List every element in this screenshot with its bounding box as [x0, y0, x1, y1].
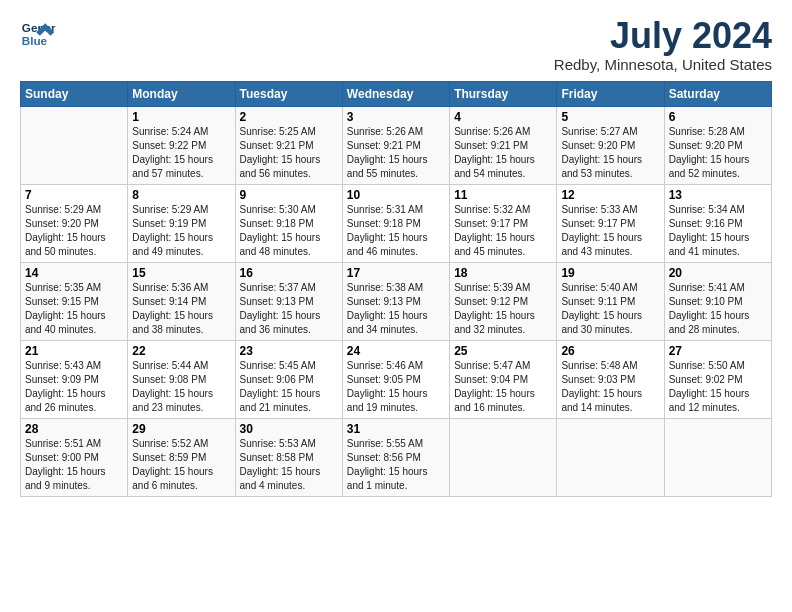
day-info: Sunrise: 5:29 AM Sunset: 9:20 PM Dayligh… [25, 203, 123, 259]
day-number: 9 [240, 188, 338, 202]
day-cell: 25Sunrise: 5:47 AM Sunset: 9:04 PM Dayli… [450, 340, 557, 418]
day-cell: 21Sunrise: 5:43 AM Sunset: 9:09 PM Dayli… [21, 340, 128, 418]
main-title: July 2024 [554, 16, 772, 56]
day-cell: 22Sunrise: 5:44 AM Sunset: 9:08 PM Dayli… [128, 340, 235, 418]
day-cell: 28Sunrise: 5:51 AM Sunset: 9:00 PM Dayli… [21, 418, 128, 496]
day-cell [21, 106, 128, 184]
day-info: Sunrise: 5:28 AM Sunset: 9:20 PM Dayligh… [669, 125, 767, 181]
day-cell: 30Sunrise: 5:53 AM Sunset: 8:58 PM Dayli… [235, 418, 342, 496]
day-info: Sunrise: 5:24 AM Sunset: 9:22 PM Dayligh… [132, 125, 230, 181]
day-cell: 31Sunrise: 5:55 AM Sunset: 8:56 PM Dayli… [342, 418, 449, 496]
day-cell: 16Sunrise: 5:37 AM Sunset: 9:13 PM Dayli… [235, 262, 342, 340]
main-container: General Blue July 2024 Redby, Minnesota,… [0, 0, 792, 507]
day-number: 30 [240, 422, 338, 436]
day-info: Sunrise: 5:31 AM Sunset: 9:18 PM Dayligh… [347, 203, 445, 259]
day-cell: 19Sunrise: 5:40 AM Sunset: 9:11 PM Dayli… [557, 262, 664, 340]
day-number: 7 [25, 188, 123, 202]
day-number: 17 [347, 266, 445, 280]
day-info: Sunrise: 5:34 AM Sunset: 9:16 PM Dayligh… [669, 203, 767, 259]
column-header-wednesday: Wednesday [342, 81, 449, 106]
column-header-thursday: Thursday [450, 81, 557, 106]
header: General Blue July 2024 Redby, Minnesota,… [20, 16, 772, 73]
column-header-monday: Monday [128, 81, 235, 106]
day-info: Sunrise: 5:33 AM Sunset: 9:17 PM Dayligh… [561, 203, 659, 259]
day-cell: 2Sunrise: 5:25 AM Sunset: 9:21 PM Daylig… [235, 106, 342, 184]
day-number: 24 [347, 344, 445, 358]
day-info: Sunrise: 5:30 AM Sunset: 9:18 PM Dayligh… [240, 203, 338, 259]
day-info: Sunrise: 5:45 AM Sunset: 9:06 PM Dayligh… [240, 359, 338, 415]
day-info: Sunrise: 5:32 AM Sunset: 9:17 PM Dayligh… [454, 203, 552, 259]
day-cell: 12Sunrise: 5:33 AM Sunset: 9:17 PM Dayli… [557, 184, 664, 262]
day-cell: 20Sunrise: 5:41 AM Sunset: 9:10 PM Dayli… [664, 262, 771, 340]
day-cell: 26Sunrise: 5:48 AM Sunset: 9:03 PM Dayli… [557, 340, 664, 418]
day-info: Sunrise: 5:47 AM Sunset: 9:04 PM Dayligh… [454, 359, 552, 415]
day-number: 27 [669, 344, 767, 358]
day-cell: 17Sunrise: 5:38 AM Sunset: 9:13 PM Dayli… [342, 262, 449, 340]
day-number: 21 [25, 344, 123, 358]
day-number: 13 [669, 188, 767, 202]
day-info: Sunrise: 5:52 AM Sunset: 8:59 PM Dayligh… [132, 437, 230, 493]
day-info: Sunrise: 5:51 AM Sunset: 9:00 PM Dayligh… [25, 437, 123, 493]
day-number: 14 [25, 266, 123, 280]
day-cell: 15Sunrise: 5:36 AM Sunset: 9:14 PM Dayli… [128, 262, 235, 340]
day-info: Sunrise: 5:26 AM Sunset: 9:21 PM Dayligh… [454, 125, 552, 181]
day-info: Sunrise: 5:48 AM Sunset: 9:03 PM Dayligh… [561, 359, 659, 415]
day-number: 31 [347, 422, 445, 436]
day-cell: 27Sunrise: 5:50 AM Sunset: 9:02 PM Dayli… [664, 340, 771, 418]
calendar-table: SundayMondayTuesdayWednesdayThursdayFrid… [20, 81, 772, 497]
day-number: 8 [132, 188, 230, 202]
day-cell: 24Sunrise: 5:46 AM Sunset: 9:05 PM Dayli… [342, 340, 449, 418]
column-header-friday: Friday [557, 81, 664, 106]
day-number: 23 [240, 344, 338, 358]
day-info: Sunrise: 5:43 AM Sunset: 9:09 PM Dayligh… [25, 359, 123, 415]
day-info: Sunrise: 5:36 AM Sunset: 9:14 PM Dayligh… [132, 281, 230, 337]
day-info: Sunrise: 5:44 AM Sunset: 9:08 PM Dayligh… [132, 359, 230, 415]
day-number: 26 [561, 344, 659, 358]
day-cell: 14Sunrise: 5:35 AM Sunset: 9:15 PM Dayli… [21, 262, 128, 340]
day-number: 4 [454, 110, 552, 124]
day-number: 25 [454, 344, 552, 358]
day-info: Sunrise: 5:41 AM Sunset: 9:10 PM Dayligh… [669, 281, 767, 337]
logo-icon: General Blue [20, 16, 56, 52]
day-info: Sunrise: 5:53 AM Sunset: 8:58 PM Dayligh… [240, 437, 338, 493]
column-header-sunday: Sunday [21, 81, 128, 106]
day-cell: 18Sunrise: 5:39 AM Sunset: 9:12 PM Dayli… [450, 262, 557, 340]
title-block: July 2024 Redby, Minnesota, United State… [554, 16, 772, 73]
day-number: 2 [240, 110, 338, 124]
day-info: Sunrise: 5:29 AM Sunset: 9:19 PM Dayligh… [132, 203, 230, 259]
day-cell: 1Sunrise: 5:24 AM Sunset: 9:22 PM Daylig… [128, 106, 235, 184]
day-info: Sunrise: 5:39 AM Sunset: 9:12 PM Dayligh… [454, 281, 552, 337]
day-cell: 8Sunrise: 5:29 AM Sunset: 9:19 PM Daylig… [128, 184, 235, 262]
week-row-1: 1Sunrise: 5:24 AM Sunset: 9:22 PM Daylig… [21, 106, 772, 184]
column-header-tuesday: Tuesday [235, 81, 342, 106]
day-cell: 6Sunrise: 5:28 AM Sunset: 9:20 PM Daylig… [664, 106, 771, 184]
day-cell: 4Sunrise: 5:26 AM Sunset: 9:21 PM Daylig… [450, 106, 557, 184]
day-info: Sunrise: 5:25 AM Sunset: 9:21 PM Dayligh… [240, 125, 338, 181]
logo: General Blue [20, 16, 56, 52]
day-cell: 11Sunrise: 5:32 AM Sunset: 9:17 PM Dayli… [450, 184, 557, 262]
day-cell: 9Sunrise: 5:30 AM Sunset: 9:18 PM Daylig… [235, 184, 342, 262]
week-row-5: 28Sunrise: 5:51 AM Sunset: 9:00 PM Dayli… [21, 418, 772, 496]
day-cell: 29Sunrise: 5:52 AM Sunset: 8:59 PM Dayli… [128, 418, 235, 496]
day-cell: 10Sunrise: 5:31 AM Sunset: 9:18 PM Dayli… [342, 184, 449, 262]
day-info: Sunrise: 5:26 AM Sunset: 9:21 PM Dayligh… [347, 125, 445, 181]
day-cell: 5Sunrise: 5:27 AM Sunset: 9:20 PM Daylig… [557, 106, 664, 184]
day-number: 29 [132, 422, 230, 436]
day-number: 16 [240, 266, 338, 280]
day-info: Sunrise: 5:35 AM Sunset: 9:15 PM Dayligh… [25, 281, 123, 337]
week-row-3: 14Sunrise: 5:35 AM Sunset: 9:15 PM Dayli… [21, 262, 772, 340]
day-number: 11 [454, 188, 552, 202]
day-cell: 23Sunrise: 5:45 AM Sunset: 9:06 PM Dayli… [235, 340, 342, 418]
day-info: Sunrise: 5:27 AM Sunset: 9:20 PM Dayligh… [561, 125, 659, 181]
day-number: 18 [454, 266, 552, 280]
day-number: 19 [561, 266, 659, 280]
day-cell [450, 418, 557, 496]
subtitle: Redby, Minnesota, United States [554, 56, 772, 73]
day-info: Sunrise: 5:46 AM Sunset: 9:05 PM Dayligh… [347, 359, 445, 415]
day-number: 10 [347, 188, 445, 202]
day-number: 12 [561, 188, 659, 202]
day-cell [557, 418, 664, 496]
day-info: Sunrise: 5:38 AM Sunset: 9:13 PM Dayligh… [347, 281, 445, 337]
day-info: Sunrise: 5:55 AM Sunset: 8:56 PM Dayligh… [347, 437, 445, 493]
day-number: 20 [669, 266, 767, 280]
